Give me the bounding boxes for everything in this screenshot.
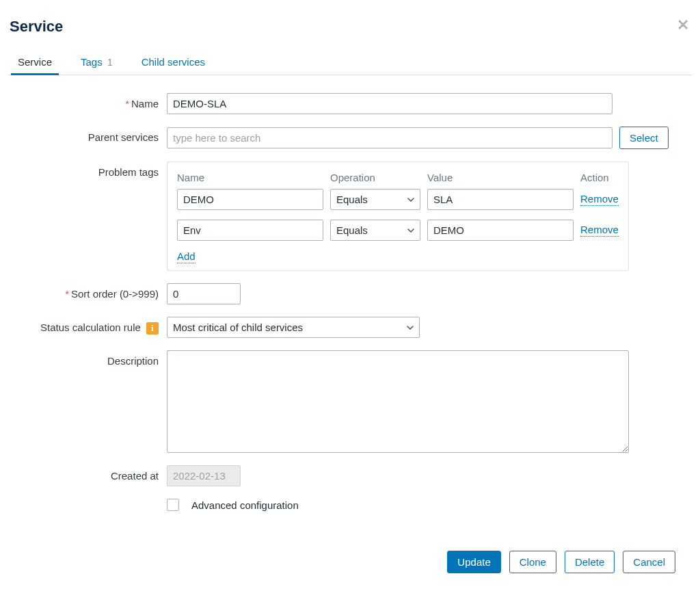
clone-button[interactable]: Clone: [509, 551, 556, 573]
delete-button[interactable]: Delete: [565, 551, 615, 573]
update-button[interactable]: Update: [447, 551, 500, 573]
col-action: Action: [580, 172, 619, 183]
status-rule-select[interactable]: Most critical of child services: [167, 317, 420, 338]
tag-name-input[interactable]: [177, 220, 323, 241]
label-parent-services: Parent services: [8, 127, 167, 143]
label-created-at: Created at: [8, 465, 167, 482]
tab-count: 1: [107, 57, 113, 68]
add-link[interactable]: Add: [177, 250, 196, 263]
modal-title: Service: [10, 18, 692, 36]
label-status-rule: Status calculation rule i: [8, 317, 167, 335]
tag-row: Equals Remove: [177, 220, 619, 241]
parent-services-input[interactable]: [167, 127, 612, 148]
required-marker: *: [125, 98, 129, 109]
name-input[interactable]: [167, 93, 612, 114]
select-button[interactable]: Select: [619, 127, 669, 149]
problem-tags-box: Name Operation Value Action Equals: [167, 161, 629, 271]
tag-name-input[interactable]: [177, 189, 323, 210]
remove-link[interactable]: Remove: [580, 224, 619, 237]
col-value: Value: [427, 172, 574, 183]
problem-tags-header: Name Operation Value Action: [177, 172, 619, 183]
tab-label: Tags: [81, 56, 103, 68]
tab-label: Service: [18, 56, 52, 68]
remove-link[interactable]: Remove: [580, 193, 619, 206]
tab-label: Child services: [142, 56, 205, 68]
advanced-config-label: Advanced configuration: [191, 499, 299, 511]
modal-footer: Update Clone Delete Cancel: [8, 527, 692, 573]
tag-value-input[interactable]: [427, 220, 574, 241]
advanced-config-checkbox[interactable]: [167, 499, 179, 511]
service-form: *Name Parent services Select Problem tag…: [8, 75, 692, 527]
tab-child-services[interactable]: Child services: [142, 51, 205, 75]
label-name: *Name: [8, 93, 167, 109]
sort-order-input[interactable]: [167, 283, 241, 304]
description-textarea[interactable]: [167, 350, 629, 453]
tag-row: Equals Remove: [177, 189, 619, 210]
label-description: Description: [8, 350, 167, 367]
tab-service[interactable]: Service: [18, 51, 52, 75]
col-operation: Operation: [330, 172, 420, 183]
service-modal: ✕ Service Service Tags 1 Child services …: [8, 18, 692, 573]
tab-tags[interactable]: Tags 1: [81, 51, 113, 75]
tag-value-input[interactable]: [427, 189, 574, 210]
label-problem-tags: Problem tags: [8, 161, 167, 178]
tag-operation-select[interactable]: Equals: [330, 189, 420, 210]
tag-operation-select[interactable]: Equals: [330, 220, 420, 241]
col-name: Name: [177, 172, 323, 183]
info-icon[interactable]: i: [146, 322, 159, 335]
tab-bar: Service Tags 1 Child services: [8, 51, 692, 75]
created-at-field: [167, 465, 241, 486]
close-icon[interactable]: ✕: [677, 16, 689, 34]
cancel-button[interactable]: Cancel: [623, 551, 675, 573]
label-sort-order: *Sort order (0->999): [8, 283, 167, 300]
required-marker: *: [65, 288, 69, 300]
